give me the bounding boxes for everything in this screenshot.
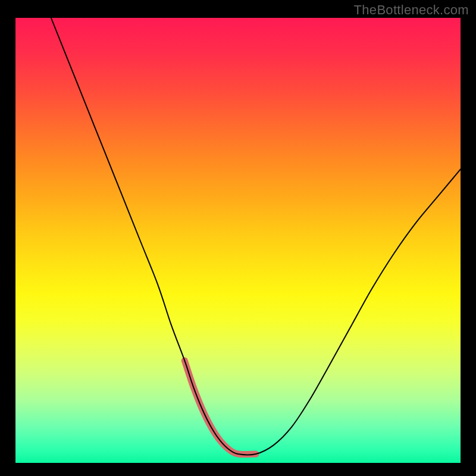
plot-area [15, 18, 461, 463]
chart-frame: TheBottleneck.com [0, 0, 476, 476]
watermark-text: TheBottleneck.com [354, 2, 469, 18]
curve-svg [15, 18, 461, 463]
curve-main [51, 18, 461, 455]
